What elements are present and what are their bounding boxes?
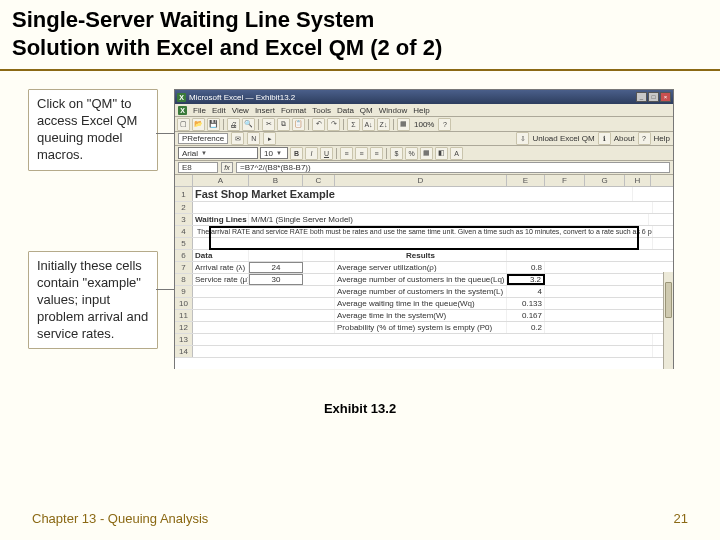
help-icon[interactable]: ? — [438, 118, 451, 131]
paste-icon[interactable]: 📋 — [292, 118, 305, 131]
row-header[interactable]: 5 — [175, 238, 193, 249]
redo-icon[interactable]: ↷ — [327, 118, 340, 131]
cell[interactable] — [303, 250, 335, 261]
align-center-icon[interactable]: ≡ — [355, 147, 368, 160]
help-label[interactable]: Help — [654, 134, 670, 143]
font-combo[interactable]: Arial▼ — [178, 147, 258, 159]
col-header[interactable]: A — [193, 175, 249, 186]
menu-tools[interactable]: Tools — [312, 106, 331, 115]
col-header[interactable]: H — [625, 175, 651, 186]
cell-result-value[interactable]: 0.8 — [507, 262, 545, 273]
row-header[interactable]: 3 — [175, 214, 193, 225]
row-header[interactable]: 8 — [175, 274, 193, 285]
new-icon[interactable]: ▢ — [177, 118, 190, 131]
fx-icon[interactable]: fx — [221, 162, 233, 173]
row-header[interactable]: 10 — [175, 298, 193, 309]
cell[interactable] — [193, 346, 653, 357]
cell-result-label[interactable]: Probability (% of time) system is empty … — [335, 322, 507, 333]
bold-icon[interactable]: B — [290, 147, 303, 160]
cut-icon[interactable]: ✂ — [262, 118, 275, 131]
fill-icon[interactable]: ◧ — [435, 147, 448, 160]
align-right-icon[interactable]: ≡ — [370, 147, 383, 160]
col-header[interactable]: F — [545, 175, 585, 186]
col-header[interactable]: B — [249, 175, 303, 186]
vertical-scrollbar[interactable] — [663, 272, 673, 369]
menu-qm[interactable]: QM — [360, 106, 373, 115]
zoom-value[interactable]: 100% — [412, 120, 436, 129]
normal-icon[interactable]: N — [247, 132, 260, 145]
row-header[interactable]: 14 — [175, 346, 193, 357]
align-left-icon[interactable]: ≡ — [340, 147, 353, 160]
col-header[interactable]: D — [335, 175, 507, 186]
percent-icon[interactable]: % — [405, 147, 418, 160]
row-header[interactable]: 7 — [175, 262, 193, 273]
col-header[interactable]: E — [507, 175, 545, 186]
minimize-button[interactable]: _ — [636, 92, 647, 102]
italic-icon[interactable]: I — [305, 147, 318, 160]
row-header[interactable]: 2 — [175, 202, 193, 213]
cell[interactable] — [193, 286, 335, 297]
cell-result-label[interactable]: Average server utilization(ρ) — [335, 262, 507, 273]
cell-result-value[interactable]: 0.167 — [507, 310, 545, 321]
cell[interactable] — [303, 274, 335, 285]
row-header[interactable]: 9 — [175, 286, 193, 297]
cell[interactable] — [303, 262, 335, 273]
row-header[interactable]: 1 — [175, 187, 193, 201]
cell[interactable] — [193, 334, 653, 345]
row-header[interactable]: 13 — [175, 334, 193, 345]
row-header[interactable]: 11 — [175, 310, 193, 321]
cell[interactable]: M/M/1 (Single Server Model) — [249, 214, 649, 225]
cell-result-value[interactable]: 0.133 — [507, 298, 545, 309]
worksheet[interactable]: A B C D E F G H 1 Fast Shop Market Examp… — [175, 175, 673, 369]
maximize-button[interactable]: □ — [648, 92, 659, 102]
help-qm-icon[interactable]: ? — [638, 132, 651, 145]
menu-window[interactable]: Window — [379, 106, 407, 115]
cell-result-value[interactable]: 4 — [507, 286, 545, 297]
menu-insert[interactable]: Insert — [255, 106, 275, 115]
fontsize-combo[interactable]: 10▼ — [260, 147, 288, 159]
chart-icon[interactable]: ▦ — [397, 118, 410, 131]
cell-service-label[interactable]: Service rate (μ) — [193, 274, 249, 285]
cell[interactable] — [193, 298, 335, 309]
formula-input[interactable]: =B7^2/(B8*(B8-B7)) — [236, 162, 670, 173]
menu-data[interactable]: Data — [337, 106, 354, 115]
col-header[interactable]: C — [303, 175, 335, 186]
save-icon[interactable]: 💾 — [207, 118, 220, 131]
menu-format[interactable]: Format — [281, 106, 306, 115]
print-icon[interactable]: 🖨 — [227, 118, 240, 131]
cell-result-value[interactable]: 0.2 — [507, 322, 545, 333]
menu-view[interactable]: View — [232, 106, 249, 115]
cell[interactable] — [249, 250, 303, 261]
about-icon[interactable]: ℹ — [598, 132, 611, 145]
unload-icon[interactable]: ⇩ — [516, 132, 529, 145]
cell-active[interactable]: 3.2 — [507, 274, 545, 285]
unload-label[interactable]: Unload Excel QM — [532, 134, 594, 143]
undo-icon[interactable]: ↶ — [312, 118, 325, 131]
row-header[interactable]: 6 — [175, 250, 193, 261]
fontcolor-icon[interactable]: A — [450, 147, 463, 160]
cell-service-rate[interactable]: 30 — [249, 274, 303, 285]
cell[interactable] — [193, 202, 653, 213]
borders-icon[interactable]: ▦ — [420, 147, 433, 160]
cell-result-label[interactable]: Average number of customers in the queue… — [335, 274, 507, 285]
row-header[interactable]: 4 — [175, 226, 193, 237]
preference-button[interactable]: PReference — [178, 133, 228, 144]
scrollbar-thumb[interactable] — [665, 282, 672, 318]
row-header[interactable]: 12 — [175, 322, 193, 333]
col-header[interactable]: G — [585, 175, 625, 186]
preview-icon[interactable]: 🔍 — [242, 118, 255, 131]
underline-icon[interactable]: U — [320, 147, 333, 160]
sort-desc-icon[interactable]: Z↓ — [377, 118, 390, 131]
sort-asc-icon[interactable]: A↓ — [362, 118, 375, 131]
copy-icon[interactable]: ⧉ — [277, 118, 290, 131]
menu-file[interactable]: File — [193, 106, 206, 115]
cell[interactable] — [193, 322, 335, 333]
cell[interactable]: Data — [193, 250, 249, 261]
name-box[interactable]: E8 — [178, 162, 218, 173]
open-icon[interactable]: 📂 — [192, 118, 205, 131]
cell-result-label[interactable]: Average number of customers in the syste… — [335, 286, 507, 297]
sum-icon[interactable]: Σ — [347, 118, 360, 131]
cell-result-label[interactable]: Average time in the system(W) — [335, 310, 507, 321]
cell-arrival-rate[interactable]: 24 — [249, 262, 303, 273]
cell-result-label[interactable]: Average waiting time in the queue(Wq) — [335, 298, 507, 309]
